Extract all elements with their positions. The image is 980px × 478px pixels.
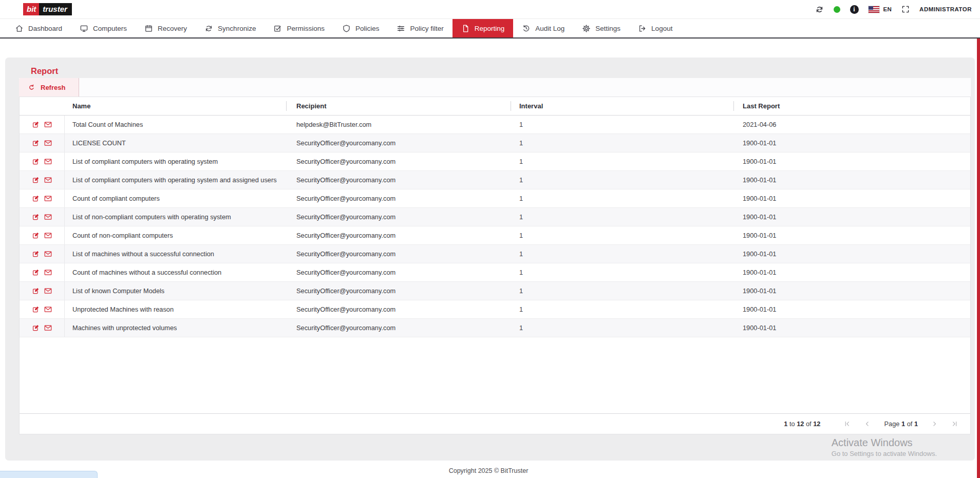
nav-computers[interactable]: Computers [71,19,136,37]
vertical-scrollbar[interactable] [977,39,980,478]
last-page-button[interactable] [951,420,958,427]
refresh-label: Refresh [41,84,65,91]
edit-icon [31,176,40,184]
report-table: Name Recipient Interval Last Report [19,97,971,434]
prev-page-button[interactable] [864,420,871,427]
edit-report-button[interactable] [31,213,40,221]
nav-settings[interactable]: Settings [573,19,629,37]
table-row: Total Count of Machines helpdesk@BitTrus… [20,116,970,134]
column-header-name[interactable]: Name [65,97,286,115]
send-mail-button[interactable] [44,268,52,277]
edit-report-button[interactable] [31,120,40,129]
nav-recovery[interactable]: Recovery [136,19,196,37]
edit-report-button[interactable] [31,139,40,147]
envelope-icon [44,176,52,184]
report-name: List of compliant computers with operati… [65,171,286,189]
report-recipient: SecurityOfficer@yourcomany.com [286,208,511,226]
edit-report-button[interactable] [31,305,40,314]
report-toolbar: Refresh [19,78,971,97]
nav-audit-log[interactable]: Audit Log [513,19,573,37]
edit-icon [31,157,40,166]
envelope-icon [44,286,52,295]
sync-icon [204,24,213,33]
edit-report-button[interactable] [31,157,40,166]
next-page-button[interactable] [931,420,938,427]
nav-permissions[interactable]: Permissions [265,19,333,37]
current-page: 1 [901,420,905,428]
report-last-date: 1900-01-01 [733,300,970,318]
current-user-label[interactable]: ADMINISTRATOR [919,6,972,12]
send-mail-button[interactable] [44,286,52,295]
send-mail-button[interactable] [44,231,52,240]
envelope-icon [44,268,52,277]
send-mail-button[interactable] [44,139,52,147]
nav-reporting[interactable]: Reporting [453,19,514,37]
page-footer: Copyright 2025 © BitTruster [0,461,977,478]
column-header-interval[interactable]: Interval [511,97,733,115]
nav-dashboard[interactable]: Dashboard [6,19,71,37]
send-mail-button[interactable] [44,120,52,129]
table-row: Machines with unprotected volumes Securi… [20,319,970,337]
row-actions [20,319,65,337]
table-row: List of compliant computers with operati… [20,171,970,189]
range-start: 1 [784,420,787,428]
row-actions [20,152,65,170]
edit-report-button[interactable] [31,268,40,277]
send-mail-button[interactable] [44,157,52,166]
row-actions [20,263,65,281]
nav-label: Reporting [475,25,505,32]
send-mail-button[interactable] [44,213,52,221]
refresh-button[interactable]: Refresh [19,78,79,97]
column-header-recipient[interactable]: Recipient [286,97,511,115]
report-name: LICENSE COUNT [65,134,286,152]
send-mail-button[interactable] [44,194,52,203]
main-nav: Dashboard Computers Recovery Synchronize… [0,18,980,39]
edit-icon [31,250,40,258]
refresh-icon[interactable] [815,5,824,14]
pagination-bar: 1 to 12 of 12 Page 1 of 1 [20,413,970,434]
send-mail-button[interactable] [44,176,52,184]
send-mail-button[interactable] [44,250,52,258]
fullscreen-icon[interactable] [901,5,910,13]
send-mail-button[interactable] [44,323,52,332]
table-row: Count of non-compliant computers Securit… [20,226,970,245]
top-bar: bit truster i EN ADMINISTRATOR [0,0,980,18]
edit-report-button[interactable] [31,194,40,203]
language-selector[interactable]: EN [869,6,892,13]
edit-icon [31,231,40,240]
gear-icon [582,24,591,33]
nav-label: Synchronize [218,25,256,32]
activate-windows-watermark: Activate Windows Go to Settings to activ… [832,437,937,457]
report-name: Machines with unprotected volumes [65,319,286,337]
nav-logout[interactable]: Logout [629,19,681,37]
edit-report-button[interactable] [31,176,40,184]
first-page-button[interactable] [844,420,851,427]
table-row: List of non-compliant computers with ope… [20,208,970,226]
column-header-last-report[interactable]: Last Report [733,97,970,115]
row-actions [20,245,65,263]
document-icon [461,24,470,33]
report-interval: 1 [511,245,733,263]
report-recipient: SecurityOfficer@yourcomany.com [286,226,511,244]
send-mail-button[interactable] [44,305,52,314]
nav-policy-filter[interactable]: Policy filter [388,19,452,37]
edit-report-button[interactable] [31,250,40,258]
report-name: List of known Computer Models [65,282,286,300]
table-row: LICENSE COUNT SecurityOfficer@yourcomany… [20,134,970,152]
row-actions [20,189,65,207]
edit-report-button[interactable] [31,231,40,240]
nav-policies[interactable]: Policies [333,19,388,37]
report-recipient: helpdesk@BitTruster.com [286,116,511,133]
history-icon [522,24,531,33]
report-interval: 1 [511,208,733,226]
report-last-date: 1900-01-01 [733,152,970,170]
info-icon[interactable]: i [850,5,859,14]
edit-icon [31,268,40,277]
nav-label: Computers [93,25,127,32]
edit-report-button[interactable] [31,286,40,295]
edit-report-button[interactable] [31,323,40,332]
topbar-right-cluster: i EN ADMINISTRATOR [815,5,980,14]
nav-synchronize[interactable]: Synchronize [196,19,265,37]
report-interval: 1 [511,263,733,281]
pagination-summary: 1 to 12 of 12 [784,420,820,428]
